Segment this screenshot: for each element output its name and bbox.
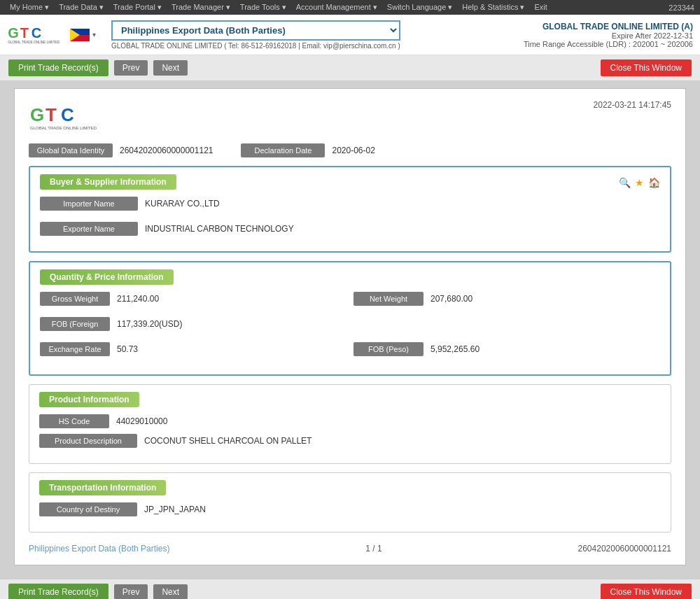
svg-text:C: C — [61, 104, 74, 125]
header: G T C GLOBAL TRADE ONLINE LIMITED ▾ Phil… — [0, 15, 700, 55]
record-datetime: 2022-03-21 14:17:45 — [594, 100, 671, 110]
buyer-supplier-grid: Importer Name KURARAY CO.,LTD Exporter N… — [40, 197, 619, 241]
svg-text:C: C — [31, 25, 41, 41]
record-header: G T C GLOBAL TRADE ONLINE LIMITED 2022-0… — [29, 100, 671, 134]
footer-link[interactable]: Philippines Export Data (Both Parties) — [29, 544, 169, 554]
product-section: Product Information HS Code 44029010000 … — [29, 384, 671, 464]
close-button-bottom[interactable]: Close This Window — [601, 584, 692, 599]
nav-my-home[interactable]: My Home ▾ — [6, 1, 53, 13]
hs-code-row: HS Code 44029010000 — [39, 414, 661, 428]
star-icon[interactable]: ★ — [635, 177, 644, 188]
prev-button-top[interactable]: Prev — [114, 60, 148, 76]
gross-weight-label: Gross Weight — [40, 292, 110, 306]
net-weight-row: Net Weight 207,680.00 — [354, 292, 660, 306]
prev-button-bottom[interactable]: Prev — [114, 584, 148, 599]
hs-code-label: HS Code — [39, 414, 109, 428]
flag-area: ▾ — [70, 29, 96, 41]
exporter-value: INDUSTRIAL CARBON TECHNOLOGY — [145, 224, 294, 234]
global-data-value: 26042020060000001121 — [120, 146, 213, 155]
nav-trade-portal[interactable]: Trade Portal ▾ — [109, 1, 166, 13]
importer-row: Importer Name KURARAY CO.,LTD — [40, 197, 619, 211]
svg-text:G: G — [8, 25, 19, 41]
search-icon[interactable]: 🔍 — [619, 177, 631, 188]
country-destiny-row: Country of Destiny JP_JPN_JAPAN — [39, 502, 661, 516]
global-data-label: Global Data Identity — [29, 143, 113, 157]
bottom-toolbar: Print Trade Record(s) Prev Next Close Th… — [0, 579, 700, 599]
nav-account-management[interactable]: Account Management ▾ — [292, 1, 382, 13]
time-range: Time Range Accessible (LDR) : 202001 ~ 2… — [524, 40, 693, 48]
exchange-rate-row: Exchange Rate 50.73 — [40, 342, 346, 356]
user-id: 223344 — [668, 3, 694, 12]
buyer-section-wrapper: Buyer & Supplier Information Importer Na… — [40, 174, 660, 241]
fob-peso-value: 5,952,265.60 — [430, 344, 479, 354]
top-nav: My Home ▾ Trade Data ▾ Trade Portal ▾ Tr… — [6, 1, 552, 13]
country-destiny-label: Country of Destiny — [39, 502, 137, 516]
gross-weight-row: Gross Weight 211,240.00 — [40, 292, 346, 306]
header-contact: GLOBAL TRADE ONLINE LIMITED ( Tel: 86-51… — [111, 42, 400, 50]
top-bar: My Home ▾ Trade Data ▾ Trade Portal ▾ Tr… — [0, 0, 700, 15]
nav-trade-tools[interactable]: Trade Tools ▾ — [236, 1, 290, 13]
country-destiny-value: JP_JPN_JAPAN — [144, 505, 206, 514]
ph-flag — [70, 29, 90, 41]
net-weight-value: 207,680.00 — [430, 294, 472, 304]
main-content: G T C GLOBAL TRADE ONLINE LIMITED 2022-0… — [0, 81, 700, 579]
exporter-label: Exporter Name — [40, 222, 138, 236]
buyer-icons: 🔍 ★ 🏠 — [619, 177, 660, 188]
nav-switch-language[interactable]: Switch Language ▾ — [383, 1, 456, 13]
product-desc-value: COCONUT SHELL CHARCOAL ON PALLET — [144, 436, 312, 446]
record-footer: Philippines Export Data (Both Parties) 1… — [29, 541, 671, 554]
net-weight-label: Net Weight — [354, 292, 424, 306]
nav-help-statistics[interactable]: Help & Statistics ▾ — [458, 1, 528, 13]
record-card: G T C GLOBAL TRADE ONLINE LIMITED 2022-0… — [14, 88, 686, 565]
header-right: GLOBAL TRADE ONLINE LIMITED (A) Expire A… — [524, 22, 693, 48]
svg-text:G: G — [30, 104, 44, 125]
fob-peso-label: FOB (Peso) — [354, 342, 424, 356]
transport-section: Transportation Information Country of De… — [29, 472, 671, 533]
nav-exit[interactable]: Exit — [530, 1, 551, 13]
quantity-section: Quantity & Price Information Gross Weigh… — [29, 261, 671, 376]
footer-record-id: 26042020060000001121 — [578, 544, 671, 554]
declaration-date-value: 2020-06-02 — [332, 146, 374, 155]
exchange-rate-value: 50.73 — [117, 344, 138, 354]
data-source-dropdown[interactable]: Philippines Export Data (Both Parties) — [111, 20, 400, 41]
print-button-bottom[interactable]: Print Trade Record(s) — [8, 584, 108, 599]
fob-foreign-value: 117,339.20(USD) — [117, 319, 182, 329]
nav-trade-data[interactable]: Trade Data ▾ — [55, 1, 108, 13]
svg-text:GLOBAL TRADE ONLINE LIMITED: GLOBAL TRADE ONLINE LIMITED — [8, 41, 59, 44]
buyer-section-content: Buyer & Supplier Information Importer Na… — [40, 174, 619, 241]
top-toolbar: Print Trade Record(s) Prev Next Close Th… — [0, 55, 700, 81]
product-desc-row: Product Description COCONUT SHELL CHARCO… — [39, 434, 661, 448]
home-icon[interactable]: 🏠 — [648, 177, 660, 188]
exporter-row: Exporter Name INDUSTRIAL CARBON TECHNOLO… — [40, 222, 619, 236]
transport-title: Transportation Information — [39, 480, 166, 495]
product-title: Product Information — [39, 392, 139, 407]
svg-text:T: T — [46, 104, 57, 125]
gtc-logo: G T C GLOBAL TRADE ONLINE LIMITED — [7, 19, 63, 50]
fob-foreign-label: FOB (Foreign — [40, 317, 110, 331]
fob-foreign-row: FOB (Foreign 117,339.20(USD) — [40, 317, 660, 331]
buyer-supplier-section: Buyer & Supplier Information Importer Na… — [29, 166, 671, 253]
close-button-top[interactable]: Close This Window — [601, 59, 692, 76]
next-button-top[interactable]: Next — [153, 60, 188, 76]
logo-area: G T C GLOBAL TRADE ONLINE LIMITED — [7, 19, 63, 50]
importer-label: Importer Name — [40, 197, 138, 211]
gross-weight-value: 211,240.00 — [117, 294, 159, 304]
importer-value: KURARAY CO.,LTD — [145, 199, 220, 209]
quantity-title: Quantity & Price Information — [40, 269, 174, 285]
next-button-bottom[interactable]: Next — [153, 584, 188, 599]
hs-code-value: 44029010000 — [116, 416, 167, 426]
record-logo: G T C GLOBAL TRADE ONLINE LIMITED — [29, 100, 120, 134]
global-data-row: Global Data Identity 2604202006000000112… — [29, 143, 671, 157]
footer-page: 1 / 1 — [365, 544, 382, 554]
exchange-rate-label: Exchange Rate — [40, 342, 110, 356]
product-desc-label: Product Description — [39, 434, 137, 448]
nav-trade-manager[interactable]: Trade Manager ▾ — [167, 1, 234, 13]
fob-peso-row: FOB (Peso) 5,952,265.60 — [354, 342, 660, 356]
company-name: GLOBAL TRADE ONLINE LIMITED (A) — [524, 22, 693, 31]
expire-date: Expire After 2022-12-31 — [524, 31, 693, 40]
buyer-supplier-title: Buyer & Supplier Information — [40, 174, 176, 190]
flag-dropdown[interactable]: ▾ — [92, 31, 96, 38]
declaration-date-label: Declaration Date — [241, 143, 325, 157]
print-button-top[interactable]: Print Trade Record(s) — [8, 59, 108, 76]
svg-text:GLOBAL TRADE ONLINE LIMITED: GLOBAL TRADE ONLINE LIMITED — [30, 126, 97, 130]
